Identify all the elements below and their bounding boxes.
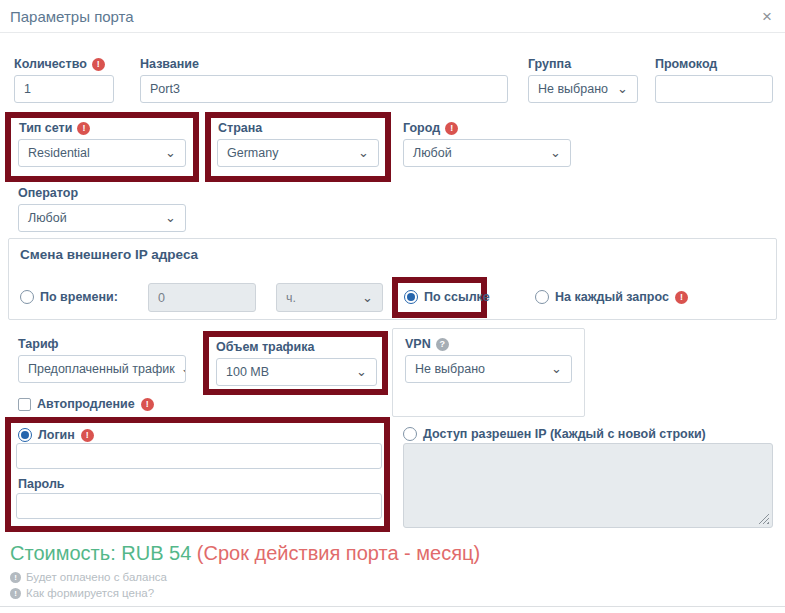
- radio-icon[interactable]: [535, 290, 549, 304]
- page-title: Параметры порта: [10, 8, 134, 25]
- promo-input[interactable]: [655, 75, 773, 103]
- radio-login-label: Логин: [38, 428, 75, 442]
- radio-ip-access-label: Доступ разрешен IP (Каждый с новой строк…: [423, 427, 706, 441]
- radio-by-link-label: По ссылке: [424, 290, 490, 304]
- price-question-link[interactable]: ! Как формируется цена?: [10, 587, 154, 599]
- country-label: Страна: [218, 121, 262, 135]
- chevron-down-icon: ⌄: [356, 369, 367, 374]
- radio-by-time-label: По времени:: [40, 290, 118, 304]
- header-divider: [0, 32, 785, 33]
- network-type-select[interactable]: Residential ⌄: [18, 139, 186, 167]
- required-icon: !: [141, 398, 154, 411]
- required-icon: !: [77, 122, 90, 135]
- operator-select[interactable]: Любой ⌄: [18, 204, 186, 232]
- radio-by-link[interactable]: По ссылке: [404, 290, 490, 304]
- radio-ip-access[interactable]: Доступ разрешен IP (Каждый с новой строк…: [403, 427, 706, 441]
- radio-per-request-label: На каждый запрос: [555, 290, 669, 304]
- radio-per-request[interactable]: На каждый запрос !: [535, 290, 688, 304]
- radio-icon[interactable]: [403, 427, 417, 441]
- required-icon: !: [81, 429, 94, 442]
- traffic-label: Объем трафика: [216, 340, 314, 354]
- quantity-label-text: Количество: [14, 57, 87, 71]
- group-label: Группа: [528, 57, 571, 71]
- chevron-down-icon: ⌄: [181, 366, 186, 371]
- time-value-input: [148, 283, 256, 312]
- radio-selected-icon[interactable]: [404, 290, 418, 304]
- quantity-input[interactable]: [14, 75, 114, 103]
- tariff-label-text: Тариф: [18, 337, 59, 351]
- time-unit-select: ч. ⌄: [276, 283, 383, 312]
- group-select-value: Не выбрано: [538, 82, 608, 96]
- balance-note-text: Будет оплачено с баланса: [26, 571, 167, 583]
- time-unit-select-value: ч.: [286, 291, 296, 305]
- name-label-text: Название: [140, 57, 199, 71]
- network-type-label: Тип сети !: [19, 121, 90, 135]
- radio-by-time[interactable]: По времени:: [20, 290, 118, 304]
- close-icon[interactable]: ×: [762, 8, 772, 25]
- promo-label: Промокод: [655, 57, 717, 71]
- operator-select-value: Любой: [28, 211, 67, 225]
- tariff-select[interactable]: Предоплаченный трафик ⌄: [18, 355, 186, 383]
- autorenew-label: Автопродление: [37, 397, 135, 411]
- required-icon: !: [675, 291, 688, 304]
- password-label-text: Пароль: [18, 477, 65, 491]
- chevron-down-icon: ⌄: [550, 150, 561, 155]
- city-select[interactable]: Любой ⌄: [403, 139, 571, 167]
- chevron-down-icon: ⌄: [165, 150, 176, 155]
- operator-label: Оператор: [18, 186, 78, 200]
- port-parameters-modal: Параметры порта × Количество ! Название …: [0, 0, 785, 613]
- radio-icon[interactable]: [20, 290, 34, 304]
- password-label: Пароль: [18, 477, 65, 491]
- info-icon: !: [10, 572, 21, 583]
- vpn-label: VPN ?: [405, 337, 449, 351]
- cost-value: Стоимость: RUB 54: [10, 542, 191, 564]
- city-select-value: Любой: [413, 146, 452, 160]
- promo-label-text: Промокод: [655, 57, 717, 71]
- country-label-text: Страна: [218, 121, 262, 135]
- footer-divider: [0, 606, 785, 607]
- name-input[interactable]: [140, 75, 508, 103]
- help-icon[interactable]: ?: [436, 338, 449, 351]
- name-label: Название: [140, 57, 199, 71]
- traffic-label-text: Объем трафика: [216, 340, 314, 354]
- required-icon: !: [445, 122, 458, 135]
- traffic-select[interactable]: 100 MB ⌄: [216, 358, 377, 386]
- tariff-label: Тариф: [18, 337, 59, 351]
- country-select[interactable]: Germany ⌄: [217, 139, 379, 167]
- traffic-select-value: 100 MB: [226, 365, 269, 379]
- cost-duration-note: (Срок действия порта - месяц): [197, 542, 480, 564]
- tariff-select-value: Предоплаченный трафик: [28, 362, 175, 376]
- city-label: Город !: [403, 121, 458, 135]
- info-icon: !: [10, 588, 21, 599]
- network-type-select-value: Residential: [28, 146, 90, 160]
- login-input[interactable]: [16, 443, 382, 469]
- balance-note: ! Будет оплачено с баланса: [10, 571, 167, 583]
- group-select[interactable]: Не выбрано ⌄: [528, 75, 638, 103]
- password-input[interactable]: [16, 493, 382, 519]
- vpn-select-value: Не выбрано: [415, 362, 485, 376]
- radio-login[interactable]: Логин !: [18, 428, 94, 442]
- group-label-text: Группа: [528, 57, 571, 71]
- quantity-label: Количество !: [14, 57, 105, 71]
- vpn-label-text: VPN: [405, 337, 431, 351]
- required-icon: !: [92, 58, 105, 71]
- vpn-select[interactable]: Не выбрано ⌄: [405, 355, 572, 383]
- network-type-label-text: Тип сети: [19, 121, 72, 135]
- price-question-text: Как формируется цена?: [26, 587, 154, 599]
- resize-handle-icon[interactable]: [758, 513, 769, 524]
- chevron-down-icon: ⌄: [362, 295, 373, 300]
- radio-selected-icon[interactable]: [18, 428, 32, 442]
- operator-label-text: Оператор: [18, 186, 78, 200]
- autorenew-checkbox-row[interactable]: Автопродление !: [18, 397, 154, 411]
- country-select-value: Germany: [227, 146, 278, 160]
- ip-access-textarea: [403, 443, 773, 528]
- checkbox-icon[interactable]: [18, 398, 31, 411]
- chevron-down-icon: ⌄: [358, 150, 369, 155]
- ip-change-section-title: Смена внешнего IP адреса: [20, 247, 198, 262]
- chevron-down-icon: ⌄: [617, 86, 628, 91]
- city-label-text: Город: [403, 121, 440, 135]
- chevron-down-icon: ⌄: [165, 215, 176, 220]
- chevron-down-icon: ⌄: [551, 366, 562, 371]
- cost-line: Стоимость: RUB 54 (Срок действия порта -…: [10, 542, 480, 565]
